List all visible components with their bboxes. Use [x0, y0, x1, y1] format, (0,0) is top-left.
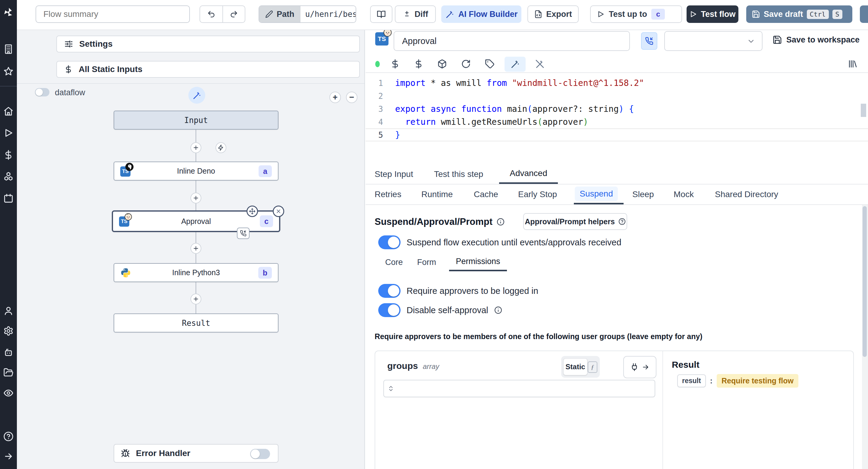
tab-runtime[interactable]: Runtime [421, 184, 453, 205]
deploy-button-partial[interactable] [860, 5, 868, 23]
add-step-button[interactable] [190, 293, 201, 305]
undo-button[interactable] [200, 6, 222, 22]
tab-permissions[interactable]: Permissions [449, 253, 507, 271]
flow-node-inline-python[interactable]: Inline Python3 b [114, 263, 278, 282]
require-logged-in-toggle[interactable] [378, 284, 401, 298]
static-mode-button[interactable]: Static [563, 358, 587, 375]
sidebar-expand-button[interactable] [3, 451, 13, 462]
code-line[interactable]: 3export async function main(approver?: s… [366, 102, 868, 116]
move-step-button[interactable] [247, 206, 258, 217]
calendar-icon [3, 193, 13, 204]
info-icon [494, 306, 502, 314]
tab-sleep[interactable]: Sleep [632, 184, 654, 205]
add-trigger-button[interactable] [216, 142, 226, 153]
redo-button[interactable] [222, 6, 245, 22]
library-button[interactable] [848, 59, 858, 69]
tab-core[interactable]: Core [385, 253, 403, 271]
error-handler-bar[interactable]: Error Handler [114, 444, 278, 463]
approval-phone-button[interactable] [641, 32, 657, 50]
tab-step-input[interactable]: Step Input [375, 164, 413, 184]
tab-shared-directory[interactable]: Shared Directory [715, 184, 778, 205]
flow-settings-bar[interactable]: Settings [56, 36, 360, 53]
sidebar-item-home[interactable] [3, 106, 13, 116]
tab-form[interactable]: Form [417, 253, 436, 271]
ai-off-button[interactable] [535, 59, 545, 69]
test-flow-button[interactable]: Test flow [687, 5, 738, 23]
deno-icon [125, 163, 133, 171]
code-line[interactable]: 2 [366, 90, 868, 102]
assets-button[interactable] [390, 59, 400, 69]
code-line[interactable]: 1import * as wmill from "windmill-client… [366, 76, 868, 90]
sidebar-item-audit[interactable] [3, 388, 13, 398]
add-step-button[interactable] [190, 142, 201, 153]
add-step-button[interactable] [190, 243, 201, 254]
connect-input-button[interactable] [623, 356, 656, 378]
editor-scrollbar[interactable] [861, 104, 866, 117]
code-line[interactable]: 5} [366, 128, 868, 142]
docs-button[interactable] [370, 5, 393, 23]
format-button[interactable] [485, 59, 495, 69]
sidebar-item-users[interactable] [3, 306, 13, 316]
path-button[interactable]: Path [259, 6, 301, 22]
sidebar-item-runs[interactable] [3, 128, 13, 138]
sidebar-item-variables[interactable] [3, 150, 13, 160]
groups-array-input[interactable] [383, 380, 655, 397]
tab-test-this-step[interactable]: Test this step [434, 164, 483, 184]
tab-mock[interactable]: Mock [674, 184, 694, 205]
result-key-chip[interactable]: result [677, 374, 706, 387]
disable-self-approval-toggle[interactable] [378, 303, 401, 317]
diff-button[interactable]: Diff [395, 5, 436, 23]
tab-retries[interactable]: Retries [375, 184, 401, 205]
delete-step-button[interactable] [273, 206, 284, 217]
flow-node-input[interactable]: Input [114, 111, 278, 130]
sidebar-item-help[interactable] [3, 431, 13, 442]
sidebar-item-resources[interactable] [3, 171, 13, 182]
reload-button[interactable] [461, 59, 471, 69]
script-version-dropdown[interactable] [664, 31, 763, 51]
sidebar-item-schedules[interactable] [3, 193, 13, 204]
path-value[interactable]: u/henri/bes [301, 6, 356, 22]
add-step-button[interactable] [190, 193, 201, 204]
sidebar-item-settings[interactable] [3, 326, 13, 336]
save-to-workspace-button[interactable]: Save to workspace [772, 35, 860, 44]
resources-button[interactable] [437, 59, 447, 69]
flow-editor-topbar: Path u/henri/bes Diff AI Flow Builder Ex… [17, 0, 868, 30]
ai-step-wand-button[interactable] [188, 87, 205, 104]
dataflow-toggle[interactable] [35, 88, 50, 96]
zoom-out-button[interactable]: − [346, 92, 358, 103]
sidebar-item-workspace[interactable] [3, 44, 13, 54]
ai-assistant-button[interactable] [510, 59, 520, 69]
code-editor[interactable]: 1import * as wmill from "windmill-client… [366, 72, 868, 164]
flow-summary-input[interactable] [36, 5, 190, 23]
step-name-input[interactable] [394, 31, 630, 51]
function-mode-button[interactable]: ƒ [588, 362, 597, 373]
code-line[interactable]: 4 return wmill.getResumeUrls(approver) [366, 116, 868, 128]
export-button[interactable]: Export [527, 5, 579, 23]
suspend-flow-toggle[interactable] [378, 236, 401, 249]
tab-cache[interactable]: Cache [474, 184, 498, 205]
ai-flow-builder-button[interactable]: AI Flow Builder [441, 5, 521, 23]
flow-node-result[interactable]: Result [114, 313, 278, 333]
panel-divider [662, 351, 663, 469]
windmill-logo-icon[interactable] [3, 7, 14, 18]
scrollbar-thumb[interactable] [863, 206, 867, 357]
tab-suspend[interactable]: Suspend [574, 184, 624, 205]
all-static-inputs-bar[interactable]: All Static Inputs [56, 61, 360, 78]
undo-redo-group [199, 5, 245, 23]
play-icon [3, 128, 13, 138]
flow-node-inline-deno[interactable]: TS Inline Deno a [114, 162, 278, 181]
tab-advanced[interactable]: Advanced [499, 164, 558, 184]
approval-prompt-helpers-button[interactable]: Approval/Prompt helpers [523, 213, 627, 230]
tag-icon [485, 59, 495, 69]
tab-early-stop[interactable]: Early Stop [518, 184, 557, 205]
zoom-in-button[interactable]: + [330, 92, 341, 103]
error-handler-toggle[interactable] [250, 449, 270, 459]
scrollbar-track[interactable] [862, 205, 868, 469]
close-icon [276, 208, 281, 214]
test-up-to-button[interactable]: Test up to c [590, 5, 682, 23]
variables-button[interactable] [414, 59, 424, 69]
save-draft-button[interactable]: Save draft Ctrl S [746, 5, 852, 23]
sidebar-item-favorites[interactable] [3, 66, 13, 76]
sidebar-item-workers[interactable] [3, 347, 13, 357]
sidebar-item-folders[interactable] [3, 368, 13, 378]
